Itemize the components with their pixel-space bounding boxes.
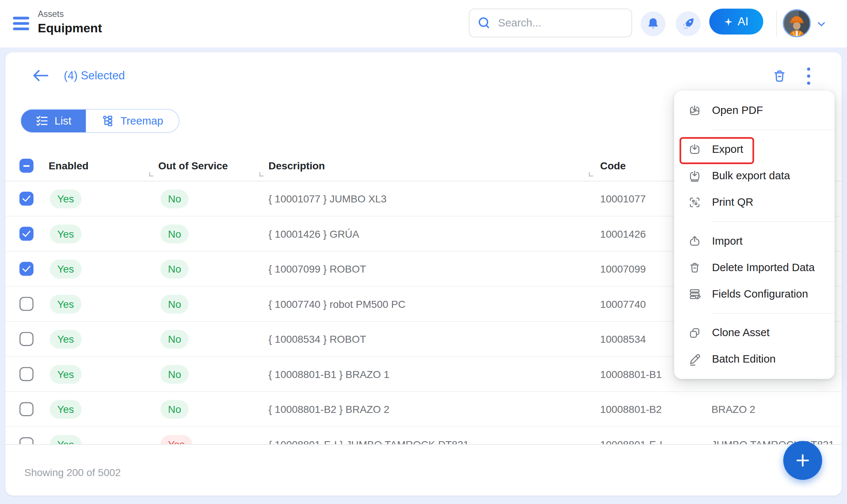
tab-treemap-view[interactable]: Treemap <box>86 109 179 132</box>
row-checkbox[interactable] <box>19 192 33 206</box>
user-avatar[interactable] <box>783 9 811 37</box>
menu-item-label: Export <box>712 143 743 155</box>
column-resize-handle[interactable] <box>149 172 154 177</box>
menu-item-label: Clone Asset <box>712 327 770 339</box>
hamburger-menu-icon[interactable] <box>13 17 29 31</box>
upload-icon <box>688 234 701 247</box>
page-title: Equipment <box>38 21 102 36</box>
clone-icon <box>688 326 701 339</box>
search-icon <box>478 16 492 30</box>
topbar-divider <box>776 11 777 37</box>
out-of-service-badge: No <box>160 295 189 313</box>
fields-icon <box>688 287 701 300</box>
download-icon <box>688 143 701 156</box>
list-view-icon <box>36 115 49 127</box>
actions-menu: Open PDFExportBulk export dataPrint QRIm… <box>674 91 835 379</box>
ai-button-label: AI <box>738 15 748 28</box>
enabled-badge: Yes <box>50 330 82 349</box>
row-name: BRAZO 2 <box>711 392 755 427</box>
row-description: { 10007099 } ROBOT <box>268 252 366 287</box>
menu-item-label: Delete Imported Data <box>712 261 815 274</box>
view-toggle: List Treemap <box>21 109 179 133</box>
enabled-badge: Yes <box>50 260 82 278</box>
row-code: 10001077 <box>600 181 646 217</box>
row-code: 10008801-E-I <box>600 427 662 444</box>
sparkle-icon <box>724 18 732 26</box>
menu-item-label: Bulk export data <box>712 169 790 182</box>
treemap-icon <box>101 115 114 127</box>
row-checkbox[interactable] <box>19 437 33 445</box>
menu-item-label: Import <box>712 235 743 247</box>
row-code: 10008801-B2 <box>600 392 662 427</box>
table-row[interactable]: Yes No { 10008801-B2 } BRAZO 2 10008801-… <box>6 392 842 427</box>
menu-item-fields-configuration[interactable]: Fields Configuration <box>674 281 835 307</box>
menu-divider <box>712 221 835 222</box>
column-header-code: Code <box>600 151 626 181</box>
enabled-badge: Yes <box>50 365 82 384</box>
download-tray-icon <box>688 169 701 182</box>
plus-icon <box>794 452 811 469</box>
menu-item-bulk-export-data[interactable]: Bulk export data <box>674 162 835 189</box>
menu-item-delete-imported-data[interactable]: Delete Imported Data <box>674 254 835 281</box>
row-count-status: Showing 200 of 5002 <box>24 467 121 479</box>
breadcrumb: Assets <box>38 9 64 19</box>
add-asset-button[interactable] <box>783 441 822 480</box>
menu-divider <box>712 313 835 313</box>
menu-item-export[interactable]: Export <box>674 136 835 162</box>
search-input[interactable] <box>498 17 612 29</box>
menu-item-import[interactable]: Import <box>674 228 835 254</box>
menu-item-batch-edition[interactable]: Batch Edition <box>674 346 835 372</box>
row-code: 10007740 <box>600 287 646 322</box>
row-name: JUMBO TAMROCK DT821 <box>711 427 834 444</box>
trash-icon <box>688 261 701 274</box>
out-of-service-badge: No <box>160 330 189 349</box>
column-resize-handle[interactable] <box>589 172 593 177</box>
bell-icon <box>646 17 660 31</box>
selected-count-label: (4) Selected <box>64 69 125 82</box>
row-checkbox[interactable] <box>19 402 33 416</box>
list-tab-label: List <box>54 115 71 127</box>
delete-selected-button[interactable] <box>772 69 787 84</box>
menu-divider <box>712 130 835 130</box>
row-description: { 10008801-B1 } BRAZO 1 <box>268 357 389 392</box>
top-bar: Assets Equipment <box>0 0 847 47</box>
table-row[interactable]: Yes Yes { 10008801-E-I } JUMBO TAMROCK D… <box>6 427 842 444</box>
select-all-checkbox[interactable] <box>19 159 33 173</box>
row-checkbox[interactable] <box>19 367 33 381</box>
menu-item-print-qr[interactable]: Print QR <box>674 189 835 215</box>
download-wave-icon <box>688 104 701 117</box>
back-button[interactable] <box>32 69 49 82</box>
row-checkbox[interactable] <box>19 332 33 346</box>
whats-new-button[interactable] <box>676 11 701 36</box>
row-description: { 10008801-E-I } JUMBO TAMROCK DT821 <box>268 427 469 444</box>
search-box[interactable] <box>469 9 632 37</box>
out-of-service-badge: No <box>160 260 189 278</box>
row-checkbox[interactable] <box>19 227 33 241</box>
menu-item-label: Fields Configuration <box>712 288 808 300</box>
qr-icon <box>688 196 701 209</box>
chevron-down-icon[interactable] <box>817 22 825 27</box>
ai-assistant-button[interactable]: AI <box>709 9 763 35</box>
menu-item-open-pdf[interactable]: Open PDF <box>674 97 835 123</box>
tab-list-view[interactable]: List <box>21 109 86 132</box>
more-options-button[interactable] <box>805 68 812 85</box>
row-code: 10001426 <box>600 216 646 252</box>
row-checkbox[interactable] <box>19 297 33 311</box>
notifications-button[interactable] <box>641 11 666 36</box>
menu-item-clone-asset[interactable]: Clone Asset <box>674 320 835 346</box>
row-code: 10008801-B1 <box>600 357 662 392</box>
row-checkbox[interactable] <box>19 262 33 276</box>
enabled-badge: Yes <box>50 224 82 243</box>
row-description: { 10001426 } GRÚA <box>268 216 359 252</box>
column-resize-handle[interactable] <box>259 172 264 177</box>
menu-item-label: Batch Edition <box>712 353 776 366</box>
column-header-enabled: Enabled <box>49 151 89 181</box>
enabled-badge: Yes <box>50 190 82 208</box>
treemap-tab-label: Treemap <box>120 115 163 127</box>
menu-item-label: Print QR <box>712 196 754 208</box>
enabled-badge: Yes <box>50 400 82 419</box>
rocket-icon <box>680 16 696 31</box>
out-of-service-badge: No <box>160 400 189 419</box>
out-of-service-badge: No <box>160 190 189 208</box>
out-of-service-badge: No <box>160 365 189 384</box>
